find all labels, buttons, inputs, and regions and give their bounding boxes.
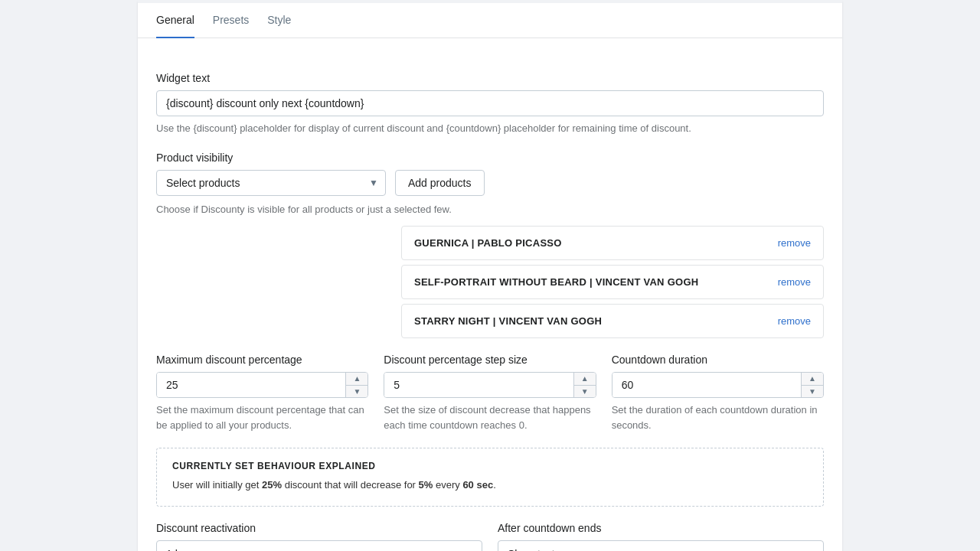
widget-text-helper: Use the {discount} placeholder for displ… bbox=[156, 121, 824, 136]
countdown-duration-spin-down[interactable]: ▼ bbox=[802, 386, 823, 398]
after-countdown-select[interactable]: Show text Hide widget Redirect bbox=[498, 540, 824, 551]
countdown-duration-label: Countdown duration bbox=[612, 354, 824, 366]
discount-step-label: Discount percentage step size bbox=[384, 354, 596, 366]
remove-product-button-0[interactable]: remove bbox=[778, 237, 811, 249]
page-wrapper: General Presets Style Widget text Use th… bbox=[0, 0, 980, 551]
product-name: STARRY NIGHT | VINCENT VAN GOGH bbox=[414, 315, 602, 327]
list-item: GUERNICA | PABLO PICASSO remove bbox=[401, 226, 824, 260]
product-visibility-select[interactable]: Select products All products bbox=[156, 170, 386, 196]
remove-product-button-1[interactable]: remove bbox=[778, 276, 811, 288]
countdown-duration-input[interactable] bbox=[612, 373, 801, 397]
product-name: SELF-PORTRAIT WITHOUT BEARD | VINCENT VA… bbox=[414, 276, 698, 288]
discount-step-spin-down[interactable]: ▼ bbox=[574, 386, 596, 398]
product-visibility-label: Product visibility bbox=[156, 152, 824, 164]
countdown-duration-input-wrapper: ▲ ▼ bbox=[612, 372, 824, 398]
behaviour-title: CURRENTLY SET BEHAVIOUR EXPLAINED bbox=[172, 461, 808, 471]
countdown-duration-field: Countdown duration ▲ ▼ Set the duration … bbox=[612, 354, 824, 432]
max-discount-input-wrapper: ▲ ▼ bbox=[156, 372, 368, 398]
behaviour-initial-discount: 25% bbox=[262, 479, 282, 491]
discount-reactivation-select-wrapper: 1 hour 30 minutes 2 hours Never ▼ bbox=[156, 540, 482, 551]
remove-product-button-2[interactable]: remove bbox=[778, 315, 811, 327]
widget-text-label: Widget text bbox=[156, 72, 824, 84]
behaviour-text-middle2: every bbox=[433, 479, 462, 491]
bottom-selects-row: Discount reactivation 1 hour 30 minutes … bbox=[156, 522, 824, 551]
discount-step-spin-up[interactable]: ▲ bbox=[574, 373, 596, 386]
discount-reactivation-field: Discount reactivation 1 hour 30 minutes … bbox=[156, 522, 482, 551]
max-discount-field: Maximum discount percentage ▲ ▼ Set the … bbox=[156, 354, 368, 432]
max-discount-spin-up[interactable]: ▲ bbox=[346, 373, 368, 386]
tabs-bar: General Presets Style bbox=[138, 3, 842, 38]
product-name: GUERNICA | PABLO PICASSO bbox=[414, 237, 562, 249]
widget-text-section: Widget text Use the {discount} placehold… bbox=[156, 72, 824, 136]
countdown-duration-helper: Set the duration of each countdown durat… bbox=[612, 403, 824, 432]
discount-step-input-wrapper: ▲ ▼ bbox=[384, 372, 596, 398]
behaviour-explanation-box: CURRENTLY SET BEHAVIOUR EXPLAINED User w… bbox=[156, 448, 824, 507]
product-visibility-helper: Choose if Discounty is visible for all p… bbox=[156, 202, 824, 217]
after-countdown-field: After countdown ends Show text Hide widg… bbox=[498, 522, 824, 551]
tab-presets[interactable]: Presets bbox=[213, 3, 249, 38]
discount-step-helper: Set the size of discount decrease that h… bbox=[384, 403, 596, 432]
behaviour-description: User will initially get 25% discount tha… bbox=[172, 478, 808, 494]
list-item: SELF-PORTRAIT WITHOUT BEARD | VINCENT VA… bbox=[401, 265, 824, 299]
discount-step-spin-buttons: ▲ ▼ bbox=[573, 373, 596, 397]
discount-step-field: Discount percentage step size ▲ ▼ Set th… bbox=[384, 354, 596, 432]
max-discount-spin-buttons: ▲ ▼ bbox=[345, 373, 368, 397]
discount-step-input[interactable] bbox=[384, 373, 573, 397]
discount-reactivation-label: Discount reactivation bbox=[156, 522, 482, 534]
max-discount-helper: Set the maximum discount percentage that… bbox=[156, 403, 368, 432]
countdown-duration-spin-up[interactable]: ▲ bbox=[802, 373, 823, 386]
product-visibility-section: Product visibility Select products All p… bbox=[156, 152, 824, 339]
list-item: STARRY NIGHT | VINCENT VAN GOGH remove bbox=[401, 304, 824, 338]
behaviour-text-suffix: . bbox=[493, 479, 496, 491]
widget-text-input[interactable] bbox=[156, 90, 824, 116]
products-list: GUERNICA | PABLO PICASSO remove SELF-POR… bbox=[401, 226, 824, 338]
max-discount-spin-down[interactable]: ▼ bbox=[346, 386, 368, 398]
after-countdown-label: After countdown ends bbox=[498, 522, 824, 534]
max-discount-label: Maximum discount percentage bbox=[156, 354, 368, 366]
behaviour-text-prefix: User will initially get bbox=[172, 479, 262, 491]
countdown-duration-spin-buttons: ▲ ▼ bbox=[801, 373, 823, 397]
tab-general[interactable]: General bbox=[156, 3, 194, 38]
settings-card: General Presets Style Widget text Use th… bbox=[138, 0, 842, 551]
tab-style[interactable]: Style bbox=[267, 3, 291, 38]
product-visibility-row: Select products All products ▼ Add produ… bbox=[156, 170, 824, 196]
after-countdown-select-wrapper: Show text Hide widget Redirect ▼ bbox=[498, 540, 824, 551]
behaviour-text-middle1: discount that will decrease for bbox=[282, 479, 418, 491]
numeric-fields-row: Maximum discount percentage ▲ ▼ Set the … bbox=[156, 354, 824, 432]
tab-content: Widget text Use the {discount} placehold… bbox=[138, 38, 842, 551]
behaviour-duration: 60 sec bbox=[462, 479, 493, 491]
max-discount-input[interactable] bbox=[157, 373, 345, 397]
discount-reactivation-select[interactable]: 1 hour 30 minutes 2 hours Never bbox=[156, 540, 482, 551]
product-visibility-select-wrapper: Select products All products ▼ bbox=[156, 170, 386, 196]
behaviour-step: 5% bbox=[419, 479, 433, 491]
add-products-button[interactable]: Add products bbox=[395, 170, 485, 196]
